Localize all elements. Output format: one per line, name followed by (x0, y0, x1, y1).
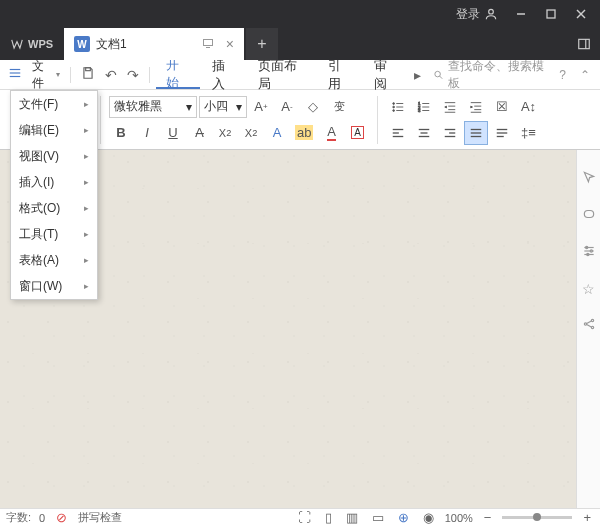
svg-rect-12 (85, 68, 90, 71)
font-name-select[interactable]: 微软雅黑▾ (109, 96, 197, 118)
rail-settings-icon[interactable] (582, 244, 596, 261)
separator (100, 96, 101, 144)
menu-item-file[interactable]: 文件(F)▸ (11, 91, 97, 117)
svg-line-14 (439, 75, 442, 78)
svg-rect-7 (579, 39, 590, 48)
font-size-select[interactable]: 小四▾ (199, 96, 247, 118)
char-border-button[interactable]: A (345, 121, 369, 145)
minimize-button[interactable] (506, 0, 536, 28)
outdent-button[interactable] (438, 95, 462, 119)
indent-button[interactable] (464, 95, 488, 119)
svg-point-18 (393, 106, 395, 108)
menubar: 文件▾ ↶ ↷ 开始 插入 页面布局 引用 审阅 ▸ 查找命令、搜索模板 ? ⌃ (0, 60, 600, 90)
presentation-mode-icon[interactable] (202, 37, 214, 52)
menu-item-insert[interactable]: 插入(I)▸ (11, 169, 97, 195)
svg-point-16 (393, 102, 395, 104)
clear-format-button[interactable]: ◇ (301, 95, 325, 119)
spellcheck-label[interactable]: 拼写检查 (78, 510, 122, 525)
strikethrough-button[interactable]: A̶ (187, 121, 211, 145)
svg-point-20 (393, 109, 395, 111)
app-badge: WPS (4, 28, 64, 60)
view-outline-icon[interactable]: ▥ (343, 510, 361, 525)
phonetic-guide-button[interactable]: 变 (327, 95, 351, 119)
align-left-button[interactable] (386, 121, 410, 145)
distribute-button[interactable] (490, 121, 514, 145)
user-icon (484, 7, 498, 21)
svg-marker-30 (445, 106, 447, 108)
zoom-slider[interactable] (502, 516, 572, 519)
rail-share-icon[interactable] (582, 317, 596, 334)
bold-button[interactable]: B (109, 121, 133, 145)
separator (377, 96, 378, 144)
ribbon-collapse-icon[interactable]: ⌃ (574, 68, 596, 82)
svg-point-0 (489, 9, 494, 14)
text-effects-button[interactable]: A (265, 121, 289, 145)
document-tab[interactable]: W 文档1 × (64, 28, 244, 60)
ribbon-tab-reference[interactable]: 引用 (318, 60, 362, 89)
menu-item-tools[interactable]: 工具(T)▸ (11, 221, 97, 247)
wordcount-label: 字数: (6, 510, 31, 525)
view-web-icon[interactable]: ⊕ (395, 510, 412, 525)
rail-cursor-icon[interactable] (582, 170, 596, 187)
svg-point-60 (584, 323, 586, 325)
subscript-button[interactable]: X2 (239, 121, 263, 145)
separator (70, 67, 71, 83)
file-menu-button[interactable]: 文件▾ (28, 58, 64, 92)
rail-select-icon[interactable] (582, 207, 596, 224)
wps-logo-icon (10, 37, 24, 51)
ribbon-tab-home[interactable]: 开始 (156, 60, 200, 89)
fullscreen-icon[interactable]: ⛶ (295, 510, 314, 525)
align-center-button[interactable] (412, 121, 436, 145)
svg-rect-2 (547, 10, 555, 18)
menu-item-edit[interactable]: 编辑(E)▸ (11, 117, 97, 143)
view-read-icon[interactable]: ▭ (369, 510, 387, 525)
zoom-in-button[interactable]: + (580, 510, 594, 525)
underline-button[interactable]: U (161, 121, 185, 145)
view-page-icon[interactable]: ▯ (322, 510, 335, 525)
hamburger-menu-icon[interactable] (4, 66, 26, 83)
qat-redo-icon[interactable]: ↷ (123, 67, 143, 83)
align-justify-button[interactable] (464, 121, 488, 145)
align-right-button[interactable] (438, 121, 462, 145)
qat-undo-icon[interactable]: ↶ (101, 67, 121, 83)
tab-close-icon[interactable]: × (226, 36, 234, 52)
grow-font-button[interactable]: A+ (249, 95, 273, 119)
doc-tab-title: 文档1 (96, 36, 196, 53)
menu-item-table[interactable]: 表格(A)▸ (11, 247, 97, 273)
statusbar: 字数: 0 ⊘ 拼写检查 ⛶ ▯ ▥ ▭ ⊕ ◉ 100% − + (0, 508, 600, 526)
ribbon-tab-layout[interactable]: 页面布局 (248, 60, 316, 89)
ribbon-tab-insert[interactable]: 插入 (202, 60, 246, 89)
zoom-thumb[interactable] (533, 513, 541, 521)
bullet-list-button[interactable] (386, 95, 410, 119)
highlight-button[interactable]: ab (291, 121, 317, 145)
eye-icon[interactable]: ◉ (420, 510, 437, 525)
document-tabbar: WPS W 文档1 × + (0, 28, 600, 60)
close-button[interactable] (566, 0, 596, 28)
new-tab-button[interactable]: + (246, 28, 278, 60)
superscript-button[interactable]: X2 (213, 121, 237, 145)
sidebar-toggle-icon[interactable] (568, 28, 600, 60)
login-button[interactable]: 登录 (448, 6, 506, 23)
char-spacing-button[interactable]: ☒ (490, 95, 514, 119)
font-color-button[interactable]: A (319, 121, 343, 145)
shrink-font-button[interactable]: A- (275, 95, 299, 119)
ribbon-tab-review[interactable]: 审阅 (364, 60, 408, 89)
svg-marker-35 (471, 106, 473, 108)
zoom-out-button[interactable]: − (481, 510, 495, 525)
zoom-value[interactable]: 100% (445, 512, 473, 524)
qat-save-icon[interactable] (77, 66, 99, 83)
svg-point-61 (591, 319, 593, 321)
ribbon-more-icon[interactable]: ▸ (410, 67, 425, 83)
command-search[interactable]: 查找命令、搜索模板 (429, 58, 552, 92)
spellcheck-icon[interactable]: ⊘ (53, 510, 70, 525)
maximize-button[interactable] (536, 0, 566, 28)
paragraph-more-button[interactable]: A↕ (516, 95, 540, 119)
menu-item-window[interactable]: 窗口(W)▸ (11, 273, 97, 299)
italic-button[interactable]: I (135, 121, 159, 145)
menu-item-view[interactable]: 视图(V)▸ (11, 143, 97, 169)
number-list-button[interactable]: 123 (412, 95, 436, 119)
rail-star-icon[interactable]: ☆ (582, 281, 595, 297)
line-spacing-button[interactable]: ‡≡ (516, 121, 540, 145)
menu-item-format[interactable]: 格式(O)▸ (11, 195, 97, 221)
help-icon[interactable]: ? (553, 68, 572, 82)
